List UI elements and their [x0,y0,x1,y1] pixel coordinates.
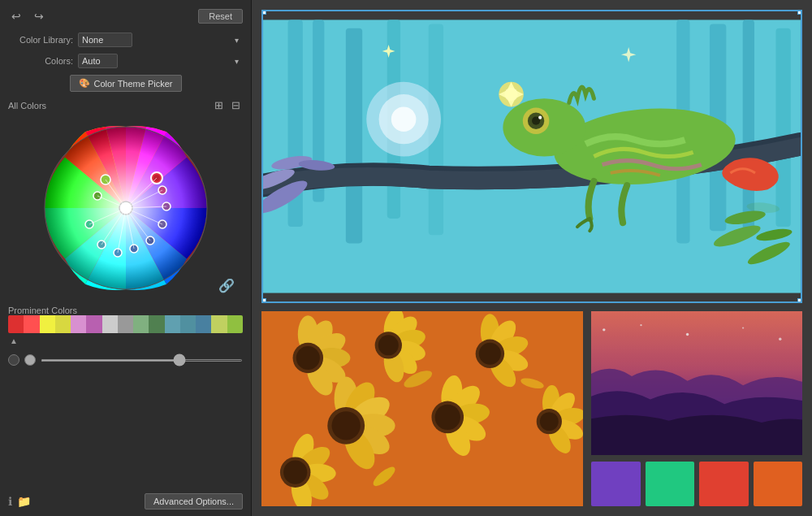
info-icon[interactable]: ℹ [8,495,12,508]
strip-segment [40,315,55,333]
swatch-purple[interactable] [591,462,641,506]
toolbar-row: ↩ ↪ Reset [8,7,243,26]
bottom-right-section [591,311,802,506]
handle-top-right[interactable] [797,10,802,15]
advanced-options-button[interactable]: Advanced Options... [145,493,243,509]
color-theme-label: Color Theme Picker [94,79,173,89]
swatch-orange[interactable] [754,462,803,506]
color-theme-picker-row: 🎨 Color Theme Picker [8,75,243,92]
strip-segment [149,315,164,333]
main-image-area[interactable] [261,10,802,303]
right-panel [252,0,812,516]
color-wheel-container: 🔗 [8,119,243,297]
colors-row: Colors: Auto 2 3 4 5 6 [8,54,243,68]
strip-segment [8,315,24,333]
list-view-button[interactable]: ⊟ [229,98,243,112]
slider-row [8,353,243,367]
all-colors-header: All Colors ⊞ ⊟ [8,98,243,112]
strip-segment [118,315,133,333]
color-library-label: Color Library: [8,35,73,45]
prominent-colors-section: Prominent Colors ▲ [8,304,243,346]
svg-rect-36 [743,20,754,235]
color-library-row: Color Library: None Adobe Pantone [8,33,243,47]
strip-segment [24,315,39,333]
circle-btn-right[interactable] [24,354,36,366]
left-panel: ↩ ↪ Reset Color Library: None Adobe Pant… [0,0,252,516]
grid-view-button[interactable]: ⊞ [212,98,226,112]
svg-rect-31 [346,28,362,244]
bottom-bar: ℹ 📁 Advanced Options... [8,490,243,509]
strip-segment [55,315,71,333]
strip-segment [196,315,211,333]
handle-bottom-left[interactable] [261,298,266,303]
section-icons: ⊞ ⊟ [212,98,243,112]
undo-button[interactable]: ↩ [8,8,24,24]
swatch-red-orange[interactable] [699,462,749,506]
color-wheel[interactable] [37,119,215,297]
color-theme-picker-button[interactable]: 🎨 Color Theme Picker [70,75,182,92]
prominent-colors-label: Prominent Colors [8,306,243,315]
chameleon-scene [263,11,801,301]
all-colors-label: All Colors [8,101,46,111]
colors-select[interactable]: Auto 2 3 4 5 6 [78,54,118,68]
svg-point-40 [391,106,417,132]
svg-rect-114 [261,311,583,506]
strip-segment [71,315,86,333]
color-library-select[interactable]: None Adobe Pantone [78,33,132,47]
redo-button[interactable]: ↪ [31,8,47,24]
handle-top-left[interactable] [261,10,266,15]
colors-label: Colors: [8,56,73,66]
sunflowers-svg [261,311,583,506]
svg-point-57 [538,116,542,119]
strip-segment [133,315,149,333]
handle-bottom-right[interactable] [797,298,802,303]
circle-btn-left[interactable] [8,354,19,366]
link-icon[interactable]: 🔗 [218,278,235,293]
landscape-image [591,311,802,455]
strip-segment [165,315,180,333]
color-swatches-row [591,462,802,506]
brightness-slider[interactable] [41,359,243,362]
color-strip[interactable] [8,315,243,333]
folder-icon[interactable]: 📁 [17,495,31,508]
landscape-svg [591,311,802,455]
svg-rect-37 [775,28,790,227]
strip-segment [102,315,118,333]
strip-segment [86,315,102,333]
strip-segment [211,315,227,333]
swatch-green[interactable] [646,462,695,506]
strip-segment [180,315,196,333]
bottom-images-row [261,311,802,506]
sunflowers-image [261,311,583,506]
strip-segment [227,315,243,333]
color-theme-icon: 🎨 [79,78,90,89]
svg-rect-122 [591,311,802,455]
reset-button[interactable]: Reset [198,9,243,24]
